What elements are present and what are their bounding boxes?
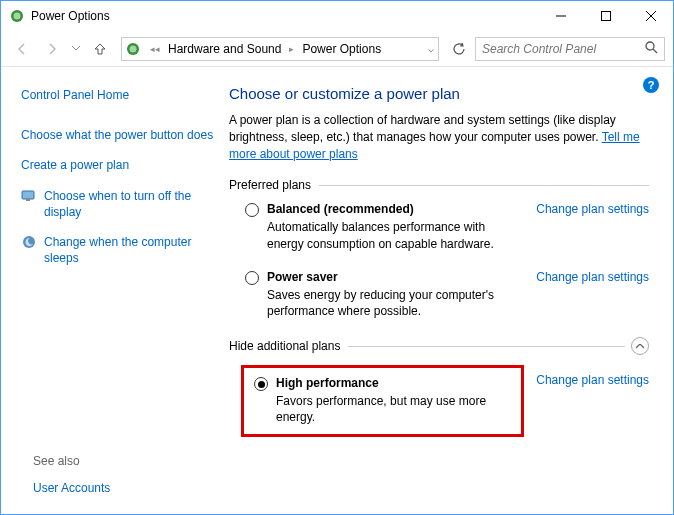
- titlebar[interactable]: Power Options: [1, 1, 673, 31]
- change-settings-link[interactable]: Change plan settings: [536, 202, 649, 251]
- additional-plans-header: Hide additional plans: [229, 337, 649, 355]
- user-accounts-link[interactable]: User Accounts: [33, 480, 110, 496]
- forward-button[interactable]: [39, 36, 65, 62]
- plan-high-performance: High performance Favors performance, but…: [241, 365, 524, 436]
- svg-point-7: [130, 45, 137, 52]
- sidebar-link-sleep[interactable]: Change when the computer sleeps: [44, 234, 217, 266]
- intro-body: A power plan is a collection of hardware…: [229, 113, 616, 144]
- up-button[interactable]: [87, 36, 113, 62]
- window-title: Power Options: [31, 9, 538, 23]
- chevron-right-icon: ▸: [289, 44, 294, 54]
- power-options-icon: [9, 8, 25, 24]
- help-icon[interactable]: ?: [643, 77, 659, 93]
- sidebar-link-create-plan[interactable]: Create a power plan: [21, 157, 217, 173]
- chevron-left-icon: ◂◂: [150, 44, 160, 54]
- preferred-plans-header: Preferred plans: [229, 178, 649, 192]
- divider: [348, 346, 625, 347]
- intro-text: A power plan is a collection of hardware…: [229, 112, 649, 162]
- breadcrumb-item[interactable]: Power Options: [298, 40, 385, 58]
- control-panel-home-link[interactable]: Control Panel Home: [21, 87, 217, 103]
- change-settings-link[interactable]: Change plan settings: [536, 270, 649, 319]
- navbar: ◂◂ Hardware and Sound ▸ Power Options ⌵: [1, 31, 673, 67]
- plan-power-saver: Power saver Saves energy by reducing you…: [229, 270, 649, 319]
- section-label: Preferred plans: [229, 178, 311, 192]
- plan-balanced: Balanced (recommended) Automatically bal…: [229, 202, 649, 251]
- address-bar[interactable]: ◂◂ Hardware and Sound ▸ Power Options ⌵: [121, 37, 439, 61]
- breadcrumb-item[interactable]: Hardware and Sound: [164, 40, 285, 58]
- power-options-icon: [126, 42, 140, 56]
- refresh-button[interactable]: [447, 37, 471, 61]
- recent-dropdown[interactable]: [69, 36, 83, 62]
- svg-point-1: [14, 13, 21, 20]
- search-icon[interactable]: [645, 41, 658, 57]
- content-area: ? Control Panel Home Choose what the pow…: [1, 67, 673, 514]
- plan-desc: Automatically balances performance with …: [267, 219, 524, 251]
- sidebar-bottom: See also User Accounts: [33, 454, 110, 496]
- plan-desc: Saves energy by reducing your computer's…: [267, 287, 524, 319]
- section-label: Hide additional plans: [229, 339, 340, 353]
- address-dropdown[interactable]: ⌵: [428, 43, 434, 54]
- maximize-button[interactable]: [583, 1, 628, 31]
- collapse-button[interactable]: [631, 337, 649, 355]
- close-button[interactable]: [628, 1, 673, 31]
- radio-high-performance[interactable]: [254, 377, 268, 391]
- search-box[interactable]: [475, 37, 665, 61]
- sidebar: Control Panel Home Choose what the power…: [1, 67, 229, 514]
- window-controls: [538, 1, 673, 31]
- divider: [319, 185, 649, 186]
- back-button[interactable]: [9, 36, 35, 62]
- page-heading: Choose or customize a power plan: [229, 85, 649, 102]
- plan-desc: Favors performance, but may use more ene…: [276, 393, 511, 425]
- window-frame: Power Options ◂◂ Hardware and Sound ▸ Po…: [0, 0, 674, 515]
- svg-line-9: [653, 49, 657, 53]
- radio-balanced[interactable]: [245, 203, 259, 217]
- svg-point-8: [646, 42, 654, 50]
- plan-title: Balanced (recommended): [267, 202, 524, 216]
- search-input[interactable]: [482, 42, 645, 56]
- plan-title: Power saver: [267, 270, 524, 284]
- change-settings-link[interactable]: Change plan settings: [536, 373, 649, 387]
- sidebar-link-power-button[interactable]: Choose what the power button does: [21, 127, 217, 143]
- plan-title: High performance: [276, 376, 511, 390]
- radio-power-saver[interactable]: [245, 271, 259, 285]
- sleep-icon: [21, 234, 37, 250]
- svg-rect-11: [26, 199, 30, 201]
- plan-high-performance-row: High performance Favors performance, but…: [229, 365, 649, 436]
- svg-rect-3: [601, 12, 610, 21]
- minimize-button[interactable]: [538, 1, 583, 31]
- see-also-label: See also: [33, 454, 110, 468]
- main-panel: Choose or customize a power plan A power…: [229, 67, 673, 514]
- svg-point-12: [23, 236, 35, 248]
- svg-rect-10: [22, 191, 34, 199]
- display-icon: [21, 188, 37, 204]
- sidebar-link-turn-off-display[interactable]: Choose when to turn off the display: [44, 188, 217, 220]
